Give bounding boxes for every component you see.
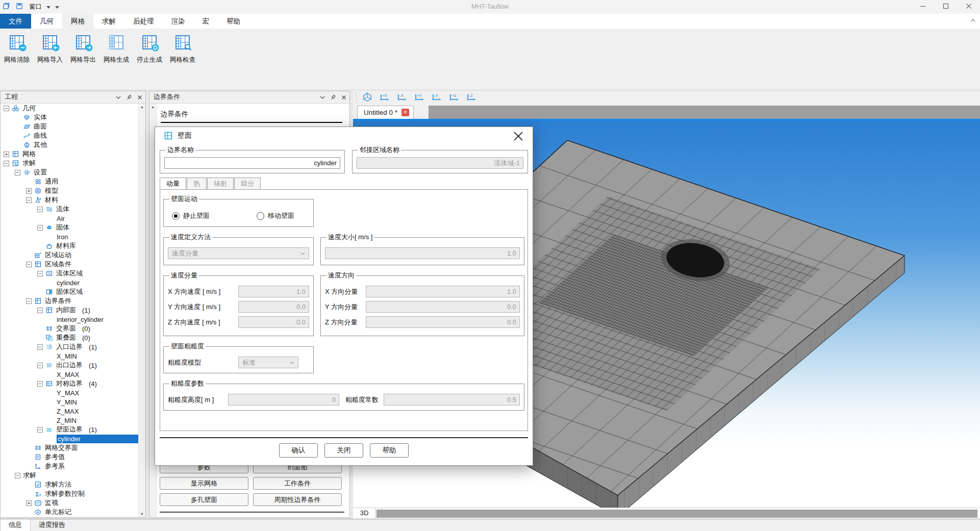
tree-expander-minus-icon[interactable]: − — [26, 262, 32, 267]
scroll-up-icon[interactable]: ▲ — [139, 104, 145, 110]
tree-expander-minus-icon[interactable]: − — [4, 106, 9, 111]
menu-item-后处理[interactable]: 后处理 — [124, 14, 163, 29]
dialog-tab-辐射[interactable]: 辐射 — [207, 178, 234, 189]
tree-item-入口边界[interactable]: −入口边界(1) — [1, 342, 139, 351]
viewport-horizontal-scrollbar[interactable] — [376, 510, 977, 518]
view-axis-+X-icon[interactable]: +X — [376, 92, 392, 104]
bc-button-周期性边界条件[interactable]: 周期性边界条件 — [253, 493, 342, 506]
bc-button-多孔壁面[interactable]: 多孔壁面 — [160, 493, 248, 506]
statusbar-tab-进度报告[interactable]: 进度报告 — [31, 519, 73, 531]
mesh-export-button[interactable]: 网格导出 — [67, 35, 99, 64]
tree-item-流体[interactable]: −流体 — [1, 205, 139, 214]
document-tab[interactable]: Untitled 0 * ✕ — [357, 106, 414, 119]
tree-item-对称边界[interactable]: −对称边界(4) — [1, 379, 139, 388]
tree-expander-minus-icon[interactable]: − — [37, 363, 43, 368]
panel-pin-icon[interactable] — [124, 93, 133, 104]
dialog-tab-动量[interactable]: 动量 — [160, 178, 186, 189]
tree-item-实体[interactable]: 实体 — [1, 113, 139, 122]
statusbar-tab-信息[interactable]: 信息 — [0, 519, 31, 531]
view-axis--X-icon[interactable]: -X — [394, 92, 409, 104]
tree-item-参考系[interactable]: 参考系 — [1, 462, 139, 471]
tree-expander-minus-icon[interactable]: − — [37, 225, 43, 231]
radio-移动壁面[interactable]: 移动壁面 — [257, 211, 294, 220]
tree-expander-minus-icon[interactable]: − — [26, 298, 32, 304]
quick-access-window-menu[interactable]: 窗口 — [29, 3, 42, 11]
tree-item-曲面[interactable]: 曲面 — [1, 122, 139, 131]
tree-item-cylinder[interactable]: cylinder — [1, 434, 139, 443]
tree-item-网格[interactable]: +网格 — [1, 149, 139, 159]
mesh-check-button[interactable]: 网格检查 — [166, 35, 199, 64]
dialog-button-确认[interactable]: 确认 — [279, 443, 318, 458]
tree-expander-minus-icon[interactable]: − — [4, 161, 9, 166]
tree-item-材料[interactable]: −材料 — [1, 195, 139, 205]
view-axis--Y-icon[interactable]: -Y — [429, 92, 444, 104]
menu-item-几何[interactable]: 几何 — [31, 14, 62, 29]
dialog-close-icon[interactable] — [512, 130, 524, 142]
tree-item-其他[interactable]: 其他 — [1, 140, 139, 149]
tree-item-单元标记[interactable]: 单元标记 — [1, 508, 139, 517]
view-axis--Z-icon[interactable]: -Z — [463, 92, 479, 104]
tree-expander-plus-icon[interactable]: + — [26, 500, 32, 506]
panel-chevron-down-icon[interactable] — [114, 93, 123, 104]
menu-item-网格[interactable]: 网格 — [62, 14, 93, 29]
dialog-button-帮助[interactable]: 帮助 — [370, 443, 409, 458]
tree-item-壁面边界[interactable]: −壁面边界(1) — [1, 425, 139, 434]
tree-item-Iron[interactable]: Iron — [1, 232, 139, 241]
panel-pin-icon[interactable] — [329, 93, 337, 104]
scroll-down-icon[interactable]: ▼ — [139, 511, 145, 517]
panel-close-icon[interactable] — [135, 93, 144, 104]
scroll-up-icon[interactable]: ▲ — [149, 104, 156, 110]
mesh-stop-button[interactable]: 停止生成 — [133, 35, 166, 64]
tree-item-X_MIN[interactable]: X_MIN — [1, 351, 139, 361]
menu-item-文件[interactable]: 文件 — [0, 14, 31, 29]
tree-expander-minus-icon[interactable]: − — [15, 170, 20, 175]
tree-item-interior_cylinder[interactable]: interior_cylinder — [1, 315, 139, 324]
mesh-generate-button[interactable]: 网格生成 — [100, 35, 133, 64]
tree-item-Y_MIN[interactable]: Y_MIN — [1, 397, 139, 407]
tree-expander-minus-icon[interactable]: − — [37, 207, 43, 212]
tree-item-监视[interactable]: +监视 — [1, 498, 139, 508]
tree-item-cylinder[interactable]: cylinder — [1, 278, 139, 287]
tree-item-出口边界[interactable]: −出口边界(1) — [1, 361, 139, 370]
view-axis-+Y-icon[interactable]: +Y — [411, 92, 426, 104]
panel-close-icon[interactable] — [339, 93, 348, 104]
tree-item-区域条件[interactable]: −区域条件 — [1, 260, 139, 269]
window-menu-caret-icon[interactable] — [46, 6, 51, 9]
view-axis-+Z-icon[interactable]: +Z — [446, 92, 461, 104]
radio-静止壁面[interactable]: 静止壁面 — [172, 211, 210, 220]
menu-item-帮助[interactable]: 帮助 — [218, 14, 249, 29]
tree-item-通用[interactable]: 通用 — [1, 177, 139, 186]
tree-item-材料库[interactable]: 材料库 — [1, 241, 139, 250]
bc-button-显示网格[interactable]: 显示网格 — [160, 477, 248, 490]
tree-item-几何[interactable]: −几何 — [1, 104, 139, 113]
save-layout-icon[interactable] — [16, 3, 23, 11]
view-mode-tab[interactable]: 3D — [353, 508, 376, 519]
menu-item-渲染[interactable]: 渲染 — [163, 14, 194, 29]
boundary-name-input[interactable]: cylinder — [164, 157, 340, 169]
toolbar-options-caret-icon[interactable] — [55, 6, 59, 9]
project-tree-scrollbar[interactable]: ▲ ▼ — [138, 104, 145, 517]
tree-expander-plus-icon[interactable]: + — [26, 188, 32, 194]
tree-item-固体区域[interactable]: 固体区域 — [1, 287, 139, 296]
tree-item-Z_MIN[interactable]: Z_MIN — [1, 416, 139, 425]
menu-item-宏[interactable]: 宏 — [194, 14, 218, 29]
menu-item-求解[interactable]: 求解 — [93, 14, 124, 29]
dialog-tab-组分[interactable]: 组分 — [234, 178, 261, 189]
document-tab-close-icon[interactable]: ✕ — [401, 109, 409, 116]
tree-item-Air[interactable]: Air — [1, 214, 139, 223]
tree-item-Z_MAX[interactable]: Z_MAX — [1, 407, 139, 416]
tree-item-重叠面[interactable]: 重叠面(0) — [1, 333, 139, 342]
dialog-tab-热[interactable]: 热 — [187, 178, 207, 189]
tree-expander-minus-icon[interactable]: − — [37, 271, 43, 276]
dialog-title-bar[interactable]: 壁面 — [155, 127, 533, 144]
tree-item-交界面[interactable]: 交界面(0) — [1, 324, 139, 333]
tree-item-求解参数控制[interactable]: Σ求解参数控制 — [1, 489, 139, 498]
maximize-button[interactable] — [934, 0, 957, 14]
tree-item-内部面[interactable]: −内部面(1) — [1, 306, 139, 315]
mesh-import-button[interactable]: 网格导入 — [34, 35, 66, 64]
tree-item-模型[interactable]: +模型 — [1, 186, 139, 195]
tree-item-边界条件[interactable]: −边界条件 — [1, 296, 139, 306]
minimize-button[interactable] — [911, 0, 934, 14]
tree-item-网格交界面[interactable]: 网格交界面 — [1, 443, 139, 452]
tree-item-区域运动[interactable]: 区域运动 — [1, 250, 139, 260]
